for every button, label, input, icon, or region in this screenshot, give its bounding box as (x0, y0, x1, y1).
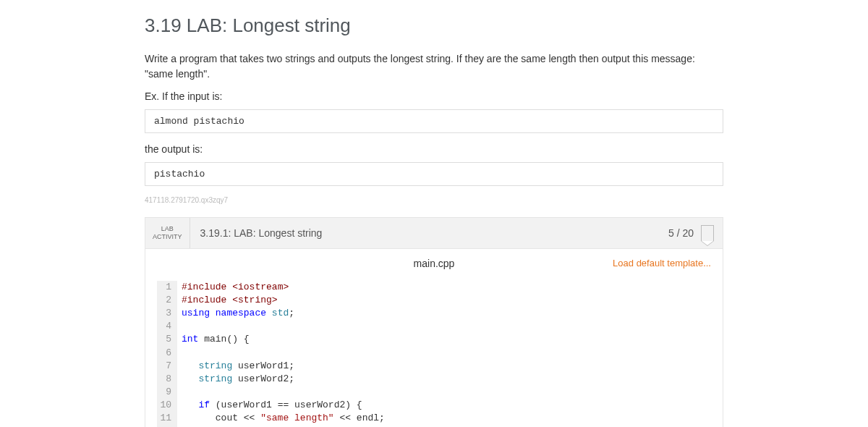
line-number: 3 (157, 307, 177, 320)
lab-badge-line1: LAB (161, 225, 174, 233)
line-number: 7 (157, 360, 177, 373)
page-title: 3.19 LAB: Longest string (145, 14, 723, 37)
lab-header: LAB ACTIVITY 3.19.1: LAB: Longest string… (145, 218, 723, 249)
lab-activity-panel: LAB ACTIVITY 3.19.1: LAB: Longest string… (145, 217, 723, 427)
example-output-box: pistachio (145, 162, 723, 186)
lab-score: 5 / 20 (668, 227, 701, 239)
lab-activity-title: 3.19.1: LAB: Longest string (190, 227, 668, 239)
code-content[interactable] (177, 386, 182, 399)
code-line[interactable]: 11 cout << "same length" << endl; (157, 412, 711, 425)
code-content[interactable]: #include <iostream> (177, 281, 289, 294)
line-number: 9 (157, 386, 177, 399)
code-content[interactable] (177, 347, 182, 360)
code-content[interactable]: using namespace std; (177, 307, 294, 320)
line-number: 10 (157, 399, 177, 412)
lab-description: Write a program that takes two strings a… (145, 51, 723, 82)
code-line[interactable]: 4 (157, 320, 711, 333)
code-editor[interactable]: 1#include <iostream>2#include <string>3u… (157, 278, 711, 427)
code-line[interactable]: 6 (157, 347, 711, 360)
line-number: 6 (157, 347, 177, 360)
code-content[interactable]: string userWord2; (177, 373, 294, 386)
example-input-label: Ex. If the input is: (145, 90, 723, 102)
line-number: 8 (157, 373, 177, 386)
code-line[interactable]: 5int main() { (157, 333, 711, 346)
line-number: 1 (157, 281, 177, 294)
code-line[interactable]: 10 if (userWord1 == userWord2) { (157, 399, 711, 412)
code-content[interactable]: cout << "same length" << endl; (177, 412, 385, 425)
code-content[interactable]: if (userWord1 == userWord2) { (177, 399, 362, 412)
code-line[interactable]: 2#include <string> (157, 294, 711, 307)
code-content[interactable]: #include <string> (177, 294, 278, 307)
editor-header: main.cpp Load default template... (145, 249, 723, 278)
code-line[interactable]: 9 (157, 386, 711, 399)
line-number: 2 (157, 294, 177, 307)
editor-area: main.cpp Load default template... 1#incl… (145, 249, 723, 427)
code-line[interactable]: 1#include <iostream> (157, 281, 711, 294)
load-default-template-link[interactable]: Load default template... (527, 258, 711, 269)
code-line[interactable]: 8 string userWord2; (157, 373, 711, 386)
lab-badge: LAB ACTIVITY (145, 218, 190, 248)
example-input-box: almond pistachio (145, 109, 723, 133)
editor-filename: main.cpp (341, 258, 526, 269)
code-line[interactable]: 3using namespace std; (157, 307, 711, 320)
line-number: 5 (157, 333, 177, 346)
line-number: 4 (157, 320, 177, 333)
line-number: 11 (157, 412, 177, 425)
output-label: the output is: (145, 143, 723, 155)
code-content[interactable]: int main() { (177, 333, 250, 346)
bookmark-icon[interactable] (701, 225, 714, 241)
code-line[interactable]: 7 string userWord1; (157, 360, 711, 373)
watermark: 417118.2791720.qx3zqy7 (145, 196, 723, 204)
lab-badge-line2: ACTIVITY (153, 233, 182, 241)
code-content[interactable]: string userWord1; (177, 360, 294, 373)
code-content[interactable] (177, 320, 182, 333)
